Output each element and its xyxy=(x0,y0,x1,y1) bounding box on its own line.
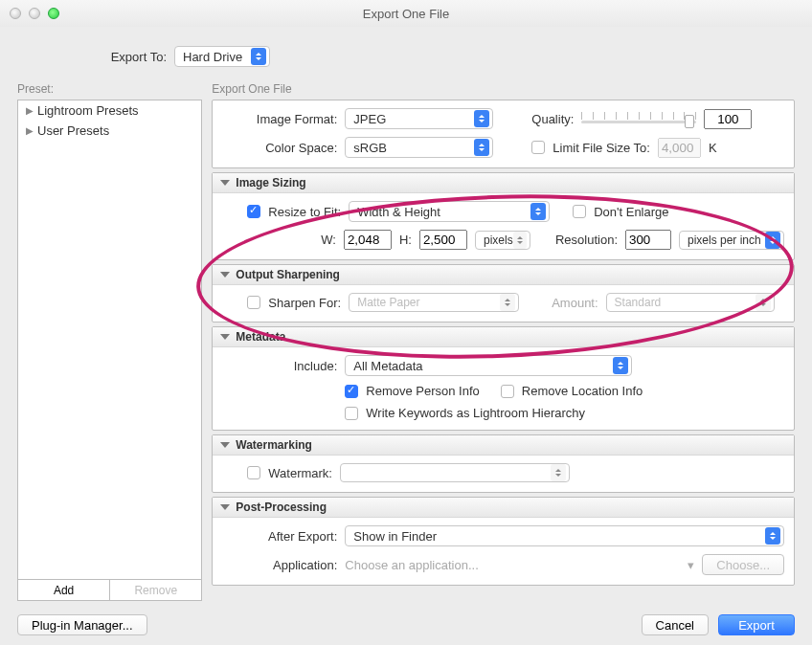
quality-slider[interactable] xyxy=(581,110,696,127)
dont-enlarge-checkbox[interactable] xyxy=(573,205,586,218)
updown-icon xyxy=(251,48,266,65)
sharpen-for-checkbox[interactable] xyxy=(247,296,260,309)
wh-unit-select[interactable]: pixels xyxy=(475,231,530,250)
window-title: Export One File xyxy=(363,7,449,21)
limit-file-size-unit: K xyxy=(709,141,717,155)
after-export-value: Show in Finder xyxy=(353,529,765,544)
watermarking-header[interactable]: Watermarking xyxy=(213,435,794,456)
preset-group[interactable]: ▶ User Presets xyxy=(18,121,201,141)
updown-icon xyxy=(513,232,527,249)
section-title: Watermarking xyxy=(236,438,312,452)
amount-value: Standard xyxy=(615,296,756,309)
updown-icon xyxy=(500,294,515,311)
wh-unit-value: pixels xyxy=(484,234,513,247)
image-format-label: Image Format: xyxy=(222,112,337,126)
add-preset-button[interactable]: Add xyxy=(18,580,109,600)
resolution-unit-select[interactable]: pixels per inch xyxy=(679,231,784,250)
updown-icon xyxy=(756,294,771,311)
write-keywords-checkbox[interactable] xyxy=(345,407,358,420)
include-label: Include: xyxy=(222,359,337,373)
updown-icon xyxy=(530,203,546,220)
height-input[interactable] xyxy=(419,230,467,250)
dropdown-arrow-icon: ▾ xyxy=(688,558,694,572)
remove-person-checkbox[interactable] xyxy=(345,385,358,398)
quality-input[interactable] xyxy=(704,109,752,129)
image-format-value: JPEG xyxy=(353,112,474,126)
sharpen-for-label: Sharpen For: xyxy=(268,296,341,310)
limit-file-size-input xyxy=(658,138,701,158)
main-heading: Export One File xyxy=(212,82,795,96)
section-title: Metadata xyxy=(236,330,285,344)
export-to-select[interactable]: Hard Drive xyxy=(174,46,270,67)
amount-label: Amount: xyxy=(552,296,598,310)
caret-down-icon xyxy=(220,442,230,448)
remove-location-label: Remove Location Info xyxy=(522,384,643,398)
window-minimize-icon xyxy=(29,8,40,19)
export-button[interactable]: Export xyxy=(718,614,795,635)
remove-person-label: Remove Person Info xyxy=(366,384,480,398)
disclosure-triangle-icon: ▶ xyxy=(26,105,34,116)
color-space-value: sRGB xyxy=(353,141,474,155)
resolution-unit-value: pixels per inch xyxy=(688,234,765,247)
image-format-select[interactable]: JPEG xyxy=(345,108,493,129)
remove-location-checkbox[interactable] xyxy=(501,385,514,398)
resize-to-fit-select[interactable]: Width & Height xyxy=(349,201,550,222)
resolution-input[interactable] xyxy=(625,230,671,250)
limit-file-size-label: Limit File Size To: xyxy=(553,141,650,155)
updown-icon xyxy=(765,232,780,249)
metadata-header[interactable]: Metadata xyxy=(213,327,794,347)
plugin-manager-button[interactable]: Plug-in Manager... xyxy=(17,614,147,635)
watermark-checkbox[interactable] xyxy=(247,466,260,479)
color-space-label: Color Space: xyxy=(222,141,337,155)
application-label: Application: xyxy=(222,558,337,572)
include-select[interactable]: All Metadata xyxy=(345,355,632,376)
dont-enlarge-label: Don't Enlarge xyxy=(594,205,668,219)
quality-label: Quality: xyxy=(531,112,574,126)
window-zoom-icon[interactable] xyxy=(48,8,59,19)
updown-icon xyxy=(474,139,489,156)
updown-icon xyxy=(765,527,780,545)
preset-item-label: Lightroom Presets xyxy=(37,103,139,118)
caret-down-icon xyxy=(220,180,230,186)
after-export-label: After Export: xyxy=(222,529,337,544)
cancel-button[interactable]: Cancel xyxy=(642,614,709,635)
watermark-select xyxy=(340,463,570,482)
preset-item-label: User Presets xyxy=(37,123,109,138)
resize-to-fit-checkbox[interactable] xyxy=(247,205,260,218)
resize-to-fit-label: Resize to Fit: xyxy=(268,205,341,219)
updown-icon xyxy=(613,357,628,374)
choose-application-button: Choose... xyxy=(702,554,784,575)
preset-heading: Preset: xyxy=(17,82,202,96)
watermark-label: Watermark: xyxy=(268,466,332,480)
window-close-icon[interactable] xyxy=(10,8,21,19)
export-to-value: Hard Drive xyxy=(183,50,251,64)
sharpen-for-select: Matte Paper xyxy=(349,293,519,312)
application-placeholder: Choose an application... xyxy=(345,558,680,572)
color-space-select[interactable]: sRGB xyxy=(345,137,493,158)
caret-down-icon xyxy=(220,334,230,340)
output-sharpening-header[interactable]: Output Sharpening xyxy=(213,265,794,285)
preset-group[interactable]: ▶ Lightroom Presets xyxy=(18,100,201,121)
after-export-select[interactable]: Show in Finder xyxy=(345,525,784,546)
preset-listbox[interactable]: ▶ Lightroom Presets ▶ User Presets xyxy=(17,100,202,580)
sharpen-for-value: Matte Paper xyxy=(357,296,500,309)
write-keywords-label: Write Keywords as Lightroom Hierarchy xyxy=(366,406,585,420)
include-value: All Metadata xyxy=(353,359,613,373)
updown-icon xyxy=(551,464,566,481)
section-title: Output Sharpening xyxy=(236,268,340,281)
image-sizing-header[interactable]: Image Sizing xyxy=(213,173,794,193)
limit-file-size-checkbox[interactable] xyxy=(531,141,545,154)
updown-icon xyxy=(474,110,489,127)
width-input[interactable] xyxy=(344,230,392,250)
section-title: Post-Processing xyxy=(236,500,327,514)
amount-select: Standard xyxy=(606,293,775,312)
resolution-label: Resolution: xyxy=(555,233,618,247)
width-label: W: xyxy=(321,233,336,247)
remove-preset-button: Remove xyxy=(109,580,201,600)
resize-to-fit-value: Width & Height xyxy=(357,205,530,219)
post-processing-header[interactable]: Post-Processing xyxy=(213,498,794,518)
export-to-label: Export To: xyxy=(105,50,167,64)
title-bar: Export One File xyxy=(0,0,812,27)
caret-down-icon xyxy=(220,504,230,510)
height-label: H: xyxy=(399,233,412,247)
